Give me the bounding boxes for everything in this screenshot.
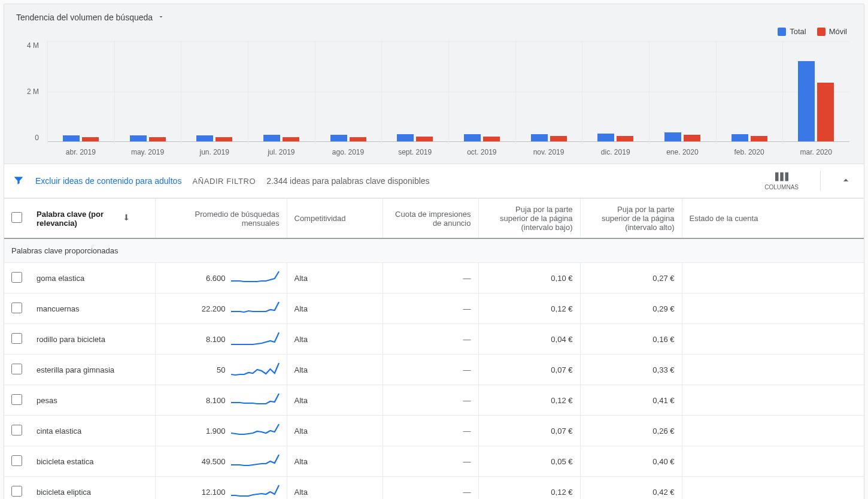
cell-bid-low: 0,05 € bbox=[478, 446, 580, 477]
row-checkbox[interactable] bbox=[11, 455, 22, 466]
col-competition[interactable]: Competitividad bbox=[287, 199, 383, 239]
bar-total[interactable] bbox=[397, 134, 414, 141]
cell-avg-searches: 8.100 bbox=[155, 385, 287, 416]
bar-mobile[interactable] bbox=[617, 136, 633, 141]
table-row[interactable]: bicicleta estatica49.500Alta—0,05 €0,40 … bbox=[4, 446, 864, 477]
chart-section: Tendencia del volumen de búsqueda Total … bbox=[4, 4, 864, 164]
exclude-adult-link[interactable]: Excluir ideas de contenido para adultos bbox=[35, 176, 181, 186]
cell-competition: Alta bbox=[287, 477, 383, 500]
chart-bucket bbox=[582, 41, 649, 141]
chart-x-axis: abr. 2019may. 2019jun. 2019jul. 2019ago.… bbox=[47, 148, 849, 156]
row-checkbox[interactable] bbox=[11, 394, 22, 405]
row-checkbox[interactable] bbox=[11, 272, 22, 283]
bar-mobile[interactable] bbox=[283, 137, 299, 142]
cell-impression-share: — bbox=[383, 355, 478, 385]
legend-mobile[interactable]: Móvil bbox=[817, 27, 847, 36]
cell-avg-searches: 50 bbox=[155, 355, 287, 385]
table-row[interactable]: pesas8.100Alta—0,12 €0,41 € bbox=[4, 385, 864, 416]
bar-total[interactable] bbox=[196, 135, 213, 141]
select-all-checkbox[interactable] bbox=[11, 212, 22, 223]
select-all-header[interactable] bbox=[4, 199, 29, 239]
cell-competition: Alta bbox=[287, 324, 383, 355]
cell-competition: Alta bbox=[287, 446, 383, 477]
cell-competition: Alta bbox=[287, 294, 383, 324]
row-checkbox[interactable] bbox=[11, 425, 22, 436]
chart-bucket bbox=[716, 41, 783, 141]
col-avg-searches[interactable]: Promedio de búsquedas mensuales bbox=[155, 199, 287, 239]
bar-mobile[interactable] bbox=[216, 137, 232, 141]
col-bid-high[interactable]: Puja por la parte superior de la página … bbox=[580, 199, 682, 239]
sort-down-icon bbox=[122, 213, 131, 224]
bar-total[interactable] bbox=[464, 134, 481, 141]
chart-bucket bbox=[47, 41, 114, 141]
x-tick: dic. 2019 bbox=[582, 148, 649, 156]
cell-bid-low: 0,07 € bbox=[478, 355, 580, 385]
bar-mobile[interactable] bbox=[483, 137, 500, 141]
cell-bid-low: 0,04 € bbox=[478, 324, 580, 355]
bar-total[interactable] bbox=[263, 135, 280, 141]
svg-rect-1 bbox=[780, 172, 784, 181]
row-checkbox[interactable] bbox=[11, 364, 22, 374]
table-row[interactable]: goma elastica6.600Alta—0,10 €0,27 € bbox=[4, 263, 864, 294]
col-bid-low[interactable]: Puja por la parte superior de la página … bbox=[478, 199, 580, 239]
row-checkbox[interactable] bbox=[11, 486, 22, 497]
columns-button[interactable]: COLUMNAS bbox=[758, 172, 805, 190]
x-tick: ene. 2020 bbox=[649, 148, 716, 156]
cell-account-status bbox=[682, 385, 864, 416]
bar-mobile[interactable] bbox=[550, 136, 567, 141]
chart-y-axis: 4 M 2 M 0 bbox=[14, 41, 44, 142]
bar-total[interactable] bbox=[330, 135, 347, 141]
bar-total[interactable] bbox=[130, 135, 147, 141]
table-row[interactable]: mancuernas22.200Alta—0,12 €0,29 € bbox=[4, 294, 864, 324]
cell-impression-share: — bbox=[383, 416, 478, 446]
sparkline-icon bbox=[230, 270, 280, 286]
sparkline-icon bbox=[230, 392, 280, 408]
chart-bucket bbox=[649, 41, 716, 141]
section-provided-keywords: Palabras clave proporcionadas bbox=[4, 238, 864, 263]
cell-bid-low: 0,12 € bbox=[478, 385, 580, 416]
chevron-down-icon bbox=[157, 13, 165, 22]
bar-mobile[interactable] bbox=[817, 83, 834, 141]
col-keyword[interactable]: Palabra clave (por relevancia) bbox=[29, 199, 155, 239]
bar-total[interactable] bbox=[732, 134, 748, 141]
row-checkbox[interactable] bbox=[11, 333, 22, 344]
filter-icon[interactable] bbox=[13, 174, 25, 188]
cell-account-status bbox=[682, 477, 864, 500]
bar-total[interactable] bbox=[664, 132, 681, 141]
cell-avg-searches: 1.900 bbox=[155, 416, 287, 446]
bar-mobile[interactable] bbox=[416, 137, 433, 141]
collapse-button[interactable] bbox=[836, 174, 855, 188]
table-row[interactable]: cinta elastica1.900Alta—0,07 €0,26 € bbox=[4, 416, 864, 446]
bar-mobile[interactable] bbox=[751, 136, 767, 141]
keyword-planner-card: Tendencia del volumen de búsqueda Total … bbox=[4, 4, 864, 499]
bar-mobile[interactable] bbox=[350, 137, 366, 142]
separator bbox=[820, 171, 821, 191]
cell-bid-high: 0,33 € bbox=[580, 355, 682, 385]
legend-total-label: Total bbox=[790, 27, 806, 36]
bar-total[interactable] bbox=[63, 135, 80, 141]
x-tick: nov. 2019 bbox=[515, 148, 582, 156]
y-tick: 0 bbox=[35, 134, 39, 142]
table-row[interactable]: rodillo para bicicleta8.100Alta—0,04 €0,… bbox=[4, 324, 864, 355]
cell-keyword: rodillo para bicicleta bbox=[29, 324, 155, 355]
cell-account-status bbox=[682, 446, 864, 477]
section-label: Palabras clave proporcionadas bbox=[4, 238, 864, 263]
sparkline-icon bbox=[230, 331, 280, 347]
bar-mobile[interactable] bbox=[82, 137, 99, 141]
add-filter-button[interactable]: AÑADIR FILTRO bbox=[192, 177, 256, 186]
bar-total[interactable] bbox=[798, 61, 815, 141]
cell-competition: Alta bbox=[287, 263, 383, 294]
col-impression-share[interactable]: Cuota de impresiones de anuncio bbox=[383, 199, 478, 239]
y-tick: 4 M bbox=[27, 41, 39, 50]
bar-total[interactable] bbox=[531, 134, 548, 141]
chart-title-dropdown[interactable]: Tendencia del volumen de búsqueda bbox=[9, 8, 859, 25]
bar-mobile[interactable] bbox=[149, 137, 166, 141]
legend-total[interactable]: Total bbox=[778, 27, 806, 36]
bar-mobile[interactable] bbox=[684, 135, 700, 141]
cell-keyword: bicicleta estatica bbox=[29, 446, 155, 477]
row-checkbox[interactable] bbox=[11, 303, 22, 313]
col-account-status[interactable]: Estado de la cuenta bbox=[682, 199, 864, 239]
bar-total[interactable] bbox=[597, 134, 614, 141]
table-row[interactable]: esterilla para gimnasia50Alta—0,07 €0,33… bbox=[4, 355, 864, 385]
table-row[interactable]: bicicleta eliptica12.100Alta—0,12 €0,42 … bbox=[4, 477, 864, 500]
